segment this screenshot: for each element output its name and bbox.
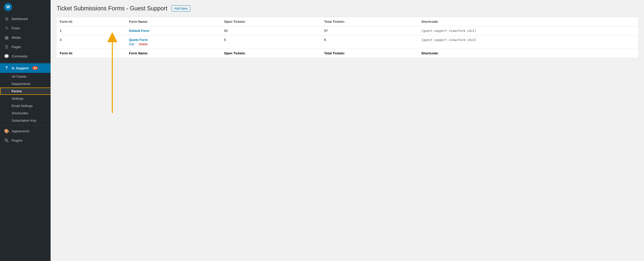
footer-col-shortcode: Shortcode:	[418, 49, 638, 58]
plugins-icon: 🔌	[4, 138, 9, 143]
sidebar: W ⊞ Dashboard ✎ Posts ▦ Media ☰ Pages 💬 …	[0, 0, 51, 261]
sidebar-item-settings[interactable]: Settings	[0, 95, 51, 102]
row2-open-tickets: 5	[221, 35, 321, 49]
pages-icon: ☰	[4, 45, 9, 49]
row1-total-tickets: 57	[321, 26, 418, 35]
sidebar-item-plugins[interactable]: 🔌 Plugins	[0, 136, 51, 145]
page-header: Ticket Submissions Forms - Guest Support…	[57, 5, 638, 12]
table-container: Form Id: Form Name: Open Tickets: Total …	[57, 17, 638, 58]
row2-form-link[interactable]: Quote Form	[129, 38, 148, 42]
row1-name: Default Form	[126, 26, 221, 35]
actions-separator: |	[136, 42, 137, 46]
row1-id: 1	[57, 26, 126, 35]
col-shortcode: Shortcode:	[418, 17, 638, 26]
row2-total-tickets: 6	[321, 35, 418, 49]
row1-shortcode: [guest-support view=form id=1]	[418, 26, 638, 35]
col-form-name: Form Name:	[126, 17, 221, 26]
sidebar-item-all-tickets[interactable]: All Tickets	[0, 73, 51, 80]
col-form-id: Form Id:	[57, 17, 126, 26]
sidebar-gsupport-header[interactable]: ? G. Support 64	[0, 63, 51, 73]
sidebar-divider-2	[0, 125, 51, 125]
dashboard-icon: ⊞	[4, 16, 9, 21]
sidebar-item-shortcodes[interactable]: Shortcodes	[0, 110, 51, 117]
footer-col-open-tickets: Open Tickets:	[221, 49, 321, 58]
sidebar-item-pages[interactable]: ☰ Pages	[0, 42, 51, 52]
sidebar-item-posts[interactable]: ✎ Posts	[0, 24, 51, 33]
media-icon: ▦	[4, 35, 9, 40]
row2-shortcode: [guest-support view=form id=3]	[418, 35, 638, 49]
table-footer-row: Form Id: Form Name: Open Tickets: Total …	[57, 49, 638, 58]
sidebar-item-departments[interactable]: Departments	[0, 80, 51, 88]
gsupport-icon: ?	[4, 66, 9, 70]
gsupport-badge: 64	[32, 66, 38, 70]
sidebar-item-forms[interactable]: Forms	[0, 88, 51, 95]
sidebar-item-comments[interactable]: 💬 Comments	[0, 52, 51, 61]
table-header-row: Form Id: Form Name: Open Tickets: Total …	[57, 17, 638, 26]
page-title: Ticket Submissions Forms - Guest Support	[57, 5, 167, 12]
wp-logo-icon: W	[4, 3, 12, 11]
sidebar-item-appearance[interactable]: 🎨 Appearance	[0, 126, 51, 136]
table-row: 1 Default Form 52 57 [guest-support view…	[57, 26, 638, 35]
row1-form-link[interactable]: Default Form	[129, 29, 149, 33]
table-row: 3 Quote Form Edit | Delete 5 6	[57, 35, 638, 49]
main-content: Ticket Submissions Forms - Guest Support…	[51, 0, 644, 261]
sidebar-item-dashboard[interactable]: ⊞ Dashboard	[0, 14, 51, 24]
row2-edit-link[interactable]: Edit	[129, 42, 134, 46]
sidebar-item-email-settings[interactable]: Email Settings	[0, 102, 51, 110]
forms-table: Form Id: Form Name: Open Tickets: Total …	[57, 17, 638, 58]
footer-col-total-tickets: Total Tickets:	[321, 49, 418, 58]
row2-delete-link[interactable]: Delete	[139, 42, 148, 46]
footer-col-form-name: Form Name:	[126, 49, 221, 58]
sidebar-logo: W	[0, 0, 51, 14]
add-new-button[interactable]: Add New	[171, 5, 190, 12]
sidebar-item-media[interactable]: ▦ Media	[0, 33, 51, 42]
posts-icon: ✎	[4, 26, 9, 31]
row2-id: 3	[57, 35, 126, 49]
appearance-icon: 🎨	[4, 129, 9, 134]
row2-actions: Edit | Delete	[129, 42, 218, 46]
sidebar-item-subscription-key[interactable]: Subscription Key	[0, 117, 51, 124]
comments-icon: 💬	[4, 54, 9, 59]
row2-name: Quote Form Edit | Delete	[126, 35, 221, 49]
footer-col-form-id: Form Id:	[57, 49, 126, 58]
col-total-tickets: Total Tickets:	[321, 17, 418, 26]
row1-open-tickets: 52	[221, 26, 321, 35]
col-open-tickets: Open Tickets:	[221, 17, 321, 26]
sidebar-divider-1	[0, 62, 51, 62]
